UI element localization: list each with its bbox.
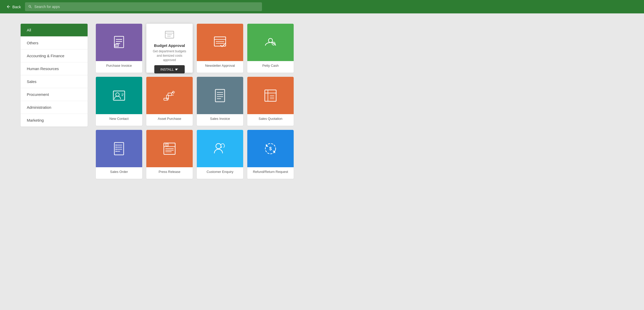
customer-enquiry-icon: [212, 140, 228, 157]
sidebar-item-human-resources[interactable]: Human Resources: [21, 62, 88, 75]
svg-rect-4: [115, 44, 118, 47]
back-button[interactable]: Back: [6, 4, 21, 9]
back-label: Back: [12, 5, 21, 9]
budget-approval-icon-area: [150, 29, 189, 41]
apps-grid: Purchase Invoice Budget Approval Get dep…: [96, 24, 623, 300]
customer-enquiry-icon-area: [197, 130, 243, 167]
svg-point-54: [221, 147, 222, 148]
app-card-sales-order[interactable]: Sales Order: [96, 130, 142, 179]
sidebar-item-accounting-finance[interactable]: Accounting & Finance: [21, 49, 88, 62]
asset-purchase-label: Asset Purchase: [156, 114, 183, 121]
petty-cash-icon-area: [247, 24, 294, 61]
app-card-purchase-invoice[interactable]: Purchase Invoice: [96, 24, 142, 73]
svg-text:$: $: [269, 146, 272, 151]
press-release-icon-area: [146, 130, 193, 167]
sidebar-item-sales[interactable]: Sales: [21, 75, 88, 88]
purchase-invoice-icon: [111, 34, 127, 51]
app-card-sales-invoice[interactable]: Sales Invoice: [197, 77, 243, 126]
budget-approval-description: Get department budgets and itemized cost…: [150, 49, 189, 62]
search-icon: [28, 5, 32, 9]
newsletter-approval-label: Newsletter Approval: [203, 61, 237, 68]
budget-approval-title: Budget Approval: [154, 43, 185, 48]
svg-rect-52: [165, 144, 168, 146]
sales-quotation-icon-area: [247, 77, 294, 114]
sales-quotation-icon: [262, 87, 279, 104]
app-card-petty-cash[interactable]: Petty Cash: [247, 24, 294, 73]
app-card-press-release[interactable]: Press Release: [146, 130, 193, 179]
app-card-customer-enquiry[interactable]: Customer Enquiry: [197, 130, 243, 179]
svg-point-45: [115, 149, 116, 150]
svg-point-53: [216, 144, 221, 149]
customer-enquiry-label: Customer Enquiry: [205, 167, 235, 174]
sales-invoice-label: Sales Invoice: [208, 114, 232, 121]
press-release-label: Press Release: [157, 167, 183, 174]
app-card-newsletter-approval[interactable]: Newsletter Approval: [197, 24, 243, 73]
sidebar-item-all[interactable]: All: [21, 24, 88, 37]
app-card-new-contact[interactable]: New Contact: [96, 77, 142, 126]
newsletter-approval-icon: [212, 34, 228, 51]
topbar: Back: [0, 0, 644, 13]
back-arrow-icon: [6, 4, 11, 9]
sidebar-item-marketing[interactable]: Marketing: [21, 114, 88, 127]
app-card-refund-return-request[interactable]: $ Refund/Return Request: [247, 130, 294, 179]
svg-rect-27: [215, 89, 225, 102]
sales-order-label: Sales Order: [108, 167, 130, 174]
sidebar-item-procurement[interactable]: Procurement: [21, 88, 88, 101]
new-contact-label: New Contact: [107, 114, 131, 121]
petty-cash-icon: [262, 34, 279, 51]
new-contact-icon-area: [96, 77, 142, 114]
app-card-sales-quotation[interactable]: Sales Quotation: [247, 77, 294, 126]
svg-point-46: [115, 151, 116, 152]
app-card-budget-approval[interactable]: Budget Approval Get department budgets a…: [146, 24, 193, 73]
sidebar: All Others Accounting & Finance Human Re…: [21, 24, 88, 127]
press-release-icon: [161, 140, 178, 157]
sidebar-item-administration[interactable]: Administration: [21, 101, 88, 114]
sales-order-icon: [111, 140, 127, 157]
svg-point-13: [268, 38, 273, 43]
svg-rect-38: [114, 143, 124, 155]
cursor-icon: ☛: [175, 67, 179, 71]
refund-return-request-icon: $: [262, 140, 279, 157]
svg-point-43: [115, 145, 116, 146]
new-contact-icon: [111, 87, 127, 104]
sales-order-icon-area: [96, 130, 142, 167]
main-content: All Others Accounting & Finance Human Re…: [0, 13, 644, 310]
sales-invoice-icon: [212, 87, 228, 104]
newsletter-approval-icon-area: [197, 24, 243, 61]
install-button[interactable]: INSTALL ☛: [154, 65, 185, 73]
sales-invoice-icon-area: [197, 77, 243, 114]
refund-return-request-label: Refund/Return Request: [251, 167, 290, 174]
petty-cash-label: Petty Cash: [260, 61, 281, 68]
refund-return-request-icon-area: $: [247, 130, 294, 167]
search-bar: [25, 2, 262, 11]
asset-purchase-icon-area: [146, 77, 193, 114]
sales-quotation-label: Sales Quotation: [257, 114, 285, 121]
purchase-invoice-icon-area: [96, 24, 142, 61]
app-card-asset-purchase[interactable]: Asset Purchase: [146, 77, 193, 126]
svg-point-44: [115, 147, 116, 148]
sidebar-item-others[interactable]: Others: [21, 37, 88, 49]
svg-point-18: [116, 93, 119, 96]
purchase-invoice-label: Purchase Invoice: [104, 61, 134, 68]
search-input[interactable]: [34, 5, 259, 9]
asset-purchase-icon: [161, 87, 178, 104]
budget-approval-icon: [163, 29, 176, 41]
